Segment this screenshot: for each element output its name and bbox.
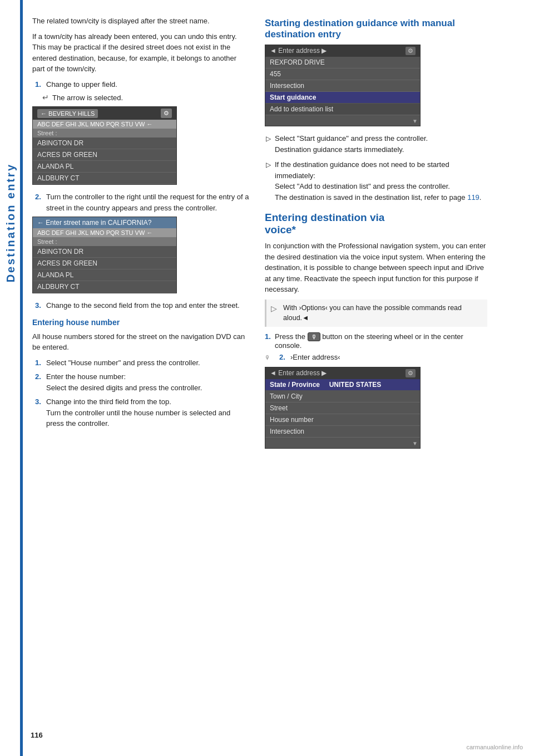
nav-ui-1-row4: ALDBURY CT	[33, 173, 176, 184]
watermark: carmanualonline.info	[466, 744, 523, 750]
nav-settings-icon: ⚙	[161, 109, 172, 118]
nav-ui-1-row1: ABINGTON DR	[33, 138, 176, 149]
left-column: The related town/city is displayed after…	[32, 16, 249, 455]
voice-step2-text: ›Enter address‹	[290, 353, 340, 361]
nav-ui-2-row2: ACRES DR GREEN	[33, 258, 176, 269]
nav-ui-2-row1: ABINGTON DR	[33, 246, 176, 258]
voice-heading-text: Entering destination viavoice*	[265, 212, 384, 235]
intro-para1: The related town/city is displayed after…	[32, 16, 249, 27]
step2-item: 2. Turn the controller to the right unti…	[35, 192, 249, 213]
guidance-bullet2: ▷ If the destination guidance does not n…	[266, 159, 487, 203]
nav-ui-4-intersection: Intersection	[265, 426, 420, 438]
nav-ui-2-row3: ALANDA PL	[33, 269, 176, 281]
house-number-para: All house numbers stored for the street …	[32, 331, 249, 353]
bullet-arrow-1: ▷	[266, 134, 271, 155]
step3-text: Change to the second field from the top …	[46, 300, 240, 311]
right-column: Starting destination guidance with manua…	[265, 16, 487, 455]
sidebar-label-container: Destination entry	[0, 111, 21, 334]
nav-ui-guidance: ◄ Enter address ▶ ⚙ REXFORD DRIVE 455 In…	[265, 45, 421, 126]
nav-ui-3-row1: REXFORD DRIVE	[265, 57, 420, 68]
nav-ui-beverly-hills: ← BEVERLY HILLS ⚙ ABC DEF GHI JKL MNO PQ…	[32, 106, 177, 185]
nav-ui-4-header-text: ◄ Enter address ▶	[270, 369, 327, 377]
nav-ui-3-settings: ⚙	[406, 47, 416, 55]
nav-ui-4-street: Street	[265, 402, 420, 414]
nav-ui-1-keyboard: ABC DEF GHI JKL MNO PQR STU VW ←	[33, 120, 176, 129]
bullet-arrow-2: ▷	[266, 160, 271, 203]
guidance-bullet1-text: Select "Start guidance" and press the co…	[275, 133, 428, 155]
nav-ui-3-row2: 455	[265, 68, 420, 80]
voice-step2: 🎙 2. ›Enter address‹	[265, 353, 487, 361]
intro-para2: If a town/city has already been entered,…	[32, 31, 249, 75]
step1-text: Change to upper field.	[46, 79, 117, 90]
nav-ui-2-header-text: ← Enter street name in CALIFORNIA?	[37, 219, 151, 227]
nav-ui-3-header-text: ◄ Enter address ▶	[270, 47, 327, 55]
nav-ui-3-start-guidance: Start guidance	[265, 92, 420, 104]
nav-ui-4-state: State / Province UNITED STATES	[265, 379, 420, 391]
house-step3-text: Change into the third field from the top…	[46, 396, 249, 429]
nav-ui-4-scroll: ▼	[265, 438, 420, 448]
nav-ui-4-header: ◄ Enter address ▶ ⚙	[265, 367, 420, 379]
guidance-bullet2-text: If the destination guidance does not nee…	[275, 159, 487, 203]
voice-para: In conjunction with the Professional nav…	[265, 240, 487, 295]
guidance-heading: Starting destination guidance with manua…	[265, 18, 487, 40]
sidebar-label: Destination entry	[4, 163, 17, 282]
nav-ui-2-street-label: Street :	[33, 237, 176, 246]
arrow-icon: ↵	[42, 93, 49, 102]
nav-ui-1-header: ← BEVERLY HILLS ⚙	[33, 107, 176, 120]
house-step2-text: Enter the house number:Select the desire…	[46, 371, 202, 393]
note-box: ▷ With ›Options‹ you can have the possib…	[265, 300, 487, 327]
nav-ui-1-row3: ALANDA PL	[33, 161, 176, 173]
voice-step2-icon: 🎙	[265, 355, 276, 361]
step3-item: 3. Change to the second field from the t…	[35, 300, 249, 311]
guidance-bullets: ▷ Select "Start guidance" and press the …	[265, 133, 487, 203]
nav-ui-3-scroll: ▼	[265, 115, 420, 126]
house-number-heading: Entering house number	[32, 318, 249, 327]
house-step3: 3. Change into the third field from the …	[35, 396, 249, 429]
nav-ui-3-row3: Intersection	[265, 80, 420, 92]
nav-ui-1-row2: ACRES DR GREEN	[33, 149, 176, 161]
nav-ui-4-settings: ⚙	[406, 369, 416, 377]
nav-ui-4-town: Town / City	[265, 391, 420, 402]
note-triangle-icon: ▷	[271, 303, 279, 324]
note-text: With ›Options‹ you can have the possible…	[283, 303, 483, 324]
nav-ui-3-add-destination: Add to destination list	[265, 104, 420, 115]
house-step1-text: Select "House number" and press the cont…	[46, 357, 200, 369]
step2-text: Turn the controller to the right until t…	[46, 192, 249, 213]
nav-ui-4-house: House number	[265, 414, 420, 426]
voice-button: 🎙	[308, 332, 320, 341]
page-link: 119	[467, 193, 479, 202]
step1-item: 1. Change to upper field.	[35, 79, 249, 90]
nav-ui-2-header: ← Enter street name in CALIFORNIA?	[33, 217, 176, 228]
nav-back-btn: ← BEVERLY HILLS	[37, 109, 98, 118]
nav-ui-1-street-label: Street :	[33, 129, 176, 138]
nav-ui-california: ← Enter street name in CALIFORNIA? ABC D…	[32, 217, 177, 293]
nav-ui-2-row4: ALDBURY CT	[33, 281, 176, 293]
voice-step1-text: Press the 🎙 button on the steering wheel…	[275, 332, 487, 350]
guidance-bullet1: ▷ Select "Start guidance" and press the …	[266, 133, 487, 155]
page-number: 116	[31, 731, 43, 739]
voice-heading: Entering destination viavoice*	[265, 212, 487, 236]
arrow-note: The arrow is selected.	[52, 94, 123, 102]
voice-step1: 1. Press the 🎙 button on the steering wh…	[265, 332, 487, 350]
house-step2: 2. Enter the house number:Select the des…	[35, 371, 249, 393]
house-step1: 1. Select "House number" and press the c…	[35, 357, 249, 369]
nav-ui-3-header: ◄ Enter address ▶ ⚙	[265, 45, 420, 57]
nav-ui-voice: ◄ Enter address ▶ ⚙ State / Province UNI…	[265, 367, 421, 449]
nav-ui-2-keyboard: ABC DEF GHI JKL MNO PQR STU VW ←	[33, 228, 176, 237]
